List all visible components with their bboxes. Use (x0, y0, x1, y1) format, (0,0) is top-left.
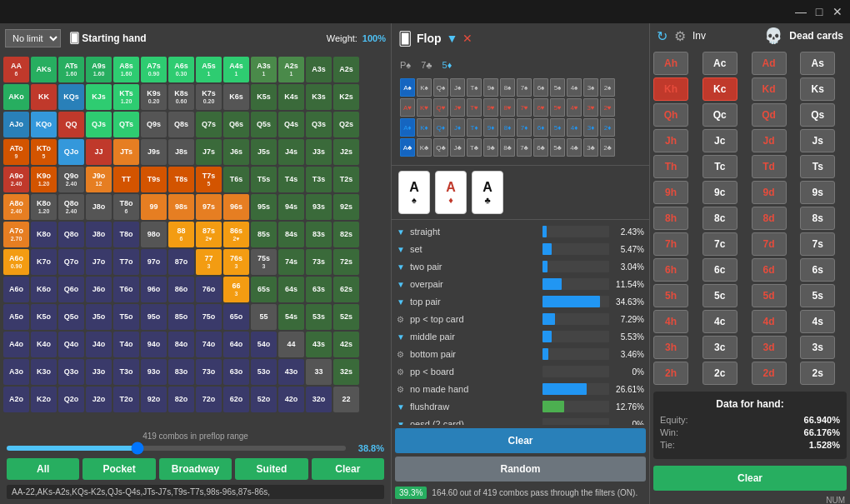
card-selector-btn[interactable]: J♠ (450, 78, 465, 97)
dead-card-item[interactable]: 5h (653, 284, 688, 307)
card-selector-btn[interactable]: K♣ (417, 138, 432, 157)
dead-card-item[interactable]: 7s (800, 232, 835, 256)
dead-card-item[interactable]: 4s (800, 310, 835, 333)
flop-clear-button[interactable]: Clear (395, 428, 646, 453)
hand-cell[interactable]: K8s0.60 (168, 84, 194, 110)
hand-cell[interactable]: 886 (168, 222, 194, 247)
dead-card-item[interactable]: 2h (653, 362, 688, 385)
hand-cell[interactable]: K8o1.20 (31, 194, 57, 220)
hand-cell[interactable]: 98s (168, 194, 194, 220)
card-selector-btn[interactable]: 3♦ (583, 118, 598, 137)
hand-cell[interactable]: Q7s (196, 112, 222, 137)
hand-cell[interactable]: Q7o (58, 249, 84, 275)
dead-card-item[interactable]: Ac (702, 52, 738, 75)
card-selector-btn[interactable]: T♦ (467, 118, 482, 137)
card-selector-btn[interactable]: Q♠ (433, 78, 448, 97)
hand-cell[interactable]: T2s (333, 167, 359, 192)
hand-cell[interactable]: AJo (3, 112, 29, 137)
card-selector-btn[interactable]: 9♠ (483, 78, 498, 97)
hand-cell[interactable]: Q6o (58, 277, 84, 302)
hand-cell[interactable]: K7o (31, 249, 57, 275)
hand-cell[interactable]: 94s (278, 194, 304, 220)
hand-cell[interactable]: T7s5 (196, 167, 222, 192)
hand-cell[interactable]: 65o (223, 304, 249, 330)
dead-card-item[interactable]: 7d (752, 232, 787, 256)
hand-cell[interactable]: ATs1.60 (58, 57, 84, 82)
hand-cell[interactable]: 773 (196, 249, 222, 275)
card-selector-btn[interactable]: 6♦ (533, 118, 548, 137)
card-selector-btn[interactable]: A♥ (400, 98, 415, 117)
card-selector-btn[interactable]: J♦ (450, 118, 465, 137)
hand-cell[interactable]: Q3s (306, 112, 332, 137)
dead-card-item[interactable]: 8h (653, 207, 688, 230)
hand-cell[interactable]: 95o (141, 304, 167, 330)
dead-card-item[interactable]: 2s (800, 362, 835, 385)
card-selector-btn[interactable]: 4♦ (567, 118, 582, 137)
card-selector-btn[interactable]: 3♥ (583, 98, 598, 117)
minimize-button[interactable]: — (795, 6, 807, 17)
hand-cell[interactable]: A2o (3, 387, 29, 412)
hand-cell[interactable]: AKo (3, 84, 29, 110)
hand-cell[interactable]: 75s3 (251, 249, 277, 275)
hand-cell[interactable]: 96o (141, 277, 167, 302)
card-selector-btn[interactable]: 5♦ (550, 118, 565, 137)
card-selector-btn[interactable]: 6♥ (533, 98, 548, 117)
filter-icon[interactable]: ▼ (447, 32, 458, 45)
card-selector-btn[interactable]: J♣ (450, 138, 465, 157)
hand-cell[interactable]: J8s (168, 139, 194, 165)
dead-card-item[interactable]: 5d (752, 284, 787, 307)
card-selector-btn[interactable]: 5♠ (550, 78, 565, 97)
dead-card-item[interactable]: Qc (702, 103, 738, 127)
card-selector-btn[interactable]: T♥ (467, 98, 482, 117)
hand-cell[interactable]: 97o (141, 249, 167, 275)
hand-cell[interactable]: 64s (278, 277, 304, 302)
hand-cell[interactable]: J2s (333, 139, 359, 165)
hand-cell[interactable]: A8o2.40 (3, 194, 29, 220)
range-slider[interactable] (7, 446, 346, 451)
hand-cell[interactable]: 93s (306, 194, 332, 220)
hand-cell[interactable]: 87s2♥ (196, 222, 222, 247)
hand-cell[interactable]: 83o (168, 359, 194, 385)
hand-cell[interactable]: T9s (141, 167, 167, 192)
hand-cell[interactable]: Q3o (58, 359, 84, 385)
hand-cell[interactable]: J7o (86, 249, 112, 275)
card-selector-btn[interactable]: 2♥ (600, 98, 615, 117)
dead-cards-clear-button[interactable]: Clear (653, 466, 847, 491)
pocket-button[interactable]: Pocket (82, 458, 155, 480)
dead-card-item[interactable]: Qs (800, 103, 835, 127)
card-selector-btn[interactable]: 2♣ (600, 138, 615, 157)
hand-cell[interactable]: A6o0.90 (3, 249, 29, 275)
card-selector-btn[interactable]: A♣ (400, 138, 415, 157)
close-button[interactable]: ✕ (832, 6, 843, 17)
dead-card-item[interactable]: 4h (653, 310, 688, 333)
hand-cell[interactable]: 93o (141, 359, 167, 385)
hand-cell[interactable]: 92o (141, 387, 167, 412)
hand-cell[interactable]: 72s (333, 249, 359, 275)
hand-cell[interactable]: KJs (86, 84, 112, 110)
card-selector-btn[interactable]: K♦ (417, 118, 432, 137)
dead-card-item[interactable]: 5s (800, 284, 835, 307)
hand-cell[interactable]: T7o (113, 249, 139, 275)
dead-card-item[interactable]: 6c (702, 258, 738, 282)
hand-cell[interactable]: T4o (113, 332, 139, 357)
dead-card-item[interactable]: 8d (752, 207, 787, 230)
hand-cell[interactable]: KQo (31, 112, 57, 137)
card-selector-btn[interactable]: 7♥ (517, 98, 532, 117)
dead-card-item[interactable]: 4c (702, 310, 738, 333)
card-selector-btn[interactable]: Q♥ (433, 98, 448, 117)
hand-cell[interactable]: A2s (333, 57, 359, 82)
card-selector-btn[interactable]: 7♦ (517, 118, 532, 137)
hand-cell[interactable]: 72o (196, 387, 222, 412)
hand-cell[interactable]: A6s0.30 (168, 57, 194, 82)
dead-card-item[interactable]: Td (752, 155, 787, 178)
hand-cell[interactable]: QJs (86, 112, 112, 137)
hand-cell[interactable]: T8s (168, 167, 194, 192)
hand-cell[interactable]: K5s (251, 84, 277, 110)
card-selector-btn[interactable]: K♠ (417, 78, 432, 97)
card-selector-btn[interactable]: 8♥ (500, 98, 515, 117)
hand-cell[interactable]: 65s (251, 277, 277, 302)
hand-cell[interactable]: A3s1 (251, 57, 277, 82)
hand-cell[interactable]: 53s (306, 304, 332, 330)
card-selector-btn[interactable]: 2♦ (600, 118, 615, 137)
card-selector-btn[interactable]: 6♠ (533, 78, 548, 97)
